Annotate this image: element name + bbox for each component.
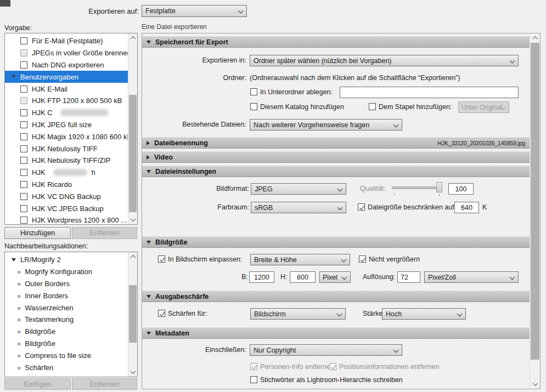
post-actions-scrollbar[interactable] [128, 252, 137, 377]
remove-location-checkbox[interactable] [329, 363, 336, 370]
list-item[interactable]: HJK C [5, 107, 137, 119]
limit-size-input[interactable]: 640 [454, 202, 479, 213]
scroll-up-button[interactable] [128, 33, 137, 43]
scroll-down-button[interactable] [128, 215, 137, 224]
insert-action-button[interactable]: Einfügen [4, 378, 71, 390]
keywords-hierarchy-checkbox[interactable] [250, 376, 257, 383]
subfolder-input[interactable] [340, 87, 519, 98]
group-row[interactable]: LR/Mogrify 2 [5, 254, 137, 266]
subfolder-checkbox[interactable] [250, 88, 257, 95]
preset-checkbox[interactable] [20, 181, 27, 188]
preset-list[interactable]: Für E-Mail (Festplatte)JPEGs in voller G… [4, 33, 138, 225]
format-dropdown[interactable]: JPEG [251, 183, 346, 195]
list-item[interactable]: HJK VC JPEG Backup [5, 202, 137, 214]
sharpen-target-dropdown[interactable]: Bildschirm [250, 308, 346, 320]
width-input[interactable]: 1200 [249, 271, 274, 283]
section-header-video[interactable]: Video [142, 151, 530, 163]
section-header-file-settings[interactable]: Dateieinstellungen [142, 166, 530, 177]
remove-action-button[interactable]: Entfernen [72, 378, 137, 390]
preset-checkbox[interactable] [20, 145, 27, 152]
post-actions-list[interactable]: LR/Mogrify 2»Mogrify Konfiguration»Outer… [4, 252, 138, 377]
slider-thumb[interactable] [436, 182, 442, 192]
list-item[interactable]: HJK VC DNG Backup [5, 190, 137, 202]
list-item[interactable]: »Schärfen [5, 361, 137, 373]
list-item[interactable]: »Bildgröße [5, 326, 137, 338]
strength-dropdown[interactable]: Hoch [382, 308, 466, 320]
preset-list-scrollbar[interactable] [128, 33, 137, 224]
scroll-up-button[interactable] [530, 33, 540, 43]
list-item[interactable]: HJKh [5, 167, 137, 179]
preset-checkbox[interactable] [20, 193, 27, 200]
remove-person-checkbox[interactable] [250, 363, 257, 370]
preset-checkbox[interactable] [20, 169, 27, 176]
list-item[interactable]: »Textanmerkung [5, 314, 137, 326]
list-item[interactable]: HJK Magix 1920 x 1080 600 kB [5, 130, 137, 143]
list-item[interactable]: »Mogrify Konfiguration [5, 266, 137, 278]
list-item[interactable]: »Outer Borders [5, 278, 137, 290]
list-item[interactable]: »Compress to file size [5, 349, 137, 361]
height-input[interactable]: 800 [290, 271, 316, 283]
add-to-stack-checkbox[interactable] [369, 103, 376, 110]
quality-slider[interactable] [392, 182, 442, 196]
group-row[interactable]: Benutzervorgaben [5, 71, 137, 83]
preset-checkbox[interactable] [20, 217, 27, 224]
existing-files-dropdown[interactable]: Nach weiterer Vorgehensweise fragen [250, 119, 402, 130]
expander-closed-icon [147, 155, 150, 160]
export-in-dropdown[interactable]: Ordner später wählen (nützlich bei Vorga… [250, 55, 519, 66]
scrollbar-thumb[interactable] [129, 95, 137, 212]
scroll-down-button[interactable] [530, 379, 540, 389]
list-item[interactable]: Nach DNG exportieren [5, 59, 137, 71]
list-item[interactable]: HJK FTP 1200 x 800 500 kB [5, 95, 137, 107]
remove-preset-button[interactable]: Entfernen [72, 227, 137, 239]
scrollbar-thumb[interactable] [129, 285, 137, 343]
add-preset-button[interactable]: Hinzufügen [4, 227, 71, 239]
add-to-catalog-checkbox[interactable] [250, 103, 257, 110]
list-item[interactable]: JPEGs in voller Größe brennen [5, 47, 137, 59]
preset-checkbox[interactable] [20, 121, 27, 128]
section-header-image-size[interactable]: Bildgröße [142, 236, 530, 248]
size-unit-dropdown[interactable]: Pixel [319, 271, 351, 283]
limit-size-checkbox[interactable] [358, 203, 365, 211]
expander-open-icon[interactable] [12, 75, 16, 78]
list-item[interactable]: HJK Ricardo [5, 179, 137, 191]
list-item[interactable]: »Inner Borders [5, 289, 137, 302]
list-item[interactable]: HJK E-Mail [5, 83, 137, 95]
colorspace-dropdown[interactable]: sRGB [251, 202, 346, 213]
sharpen-checkbox[interactable] [158, 310, 165, 317]
no-enlarge-checkbox[interactable] [359, 255, 366, 263]
preset-checkbox[interactable] [20, 49, 27, 56]
settings-scrollbar[interactable] [530, 33, 540, 389]
preset-checkbox[interactable] [20, 109, 27, 116]
scrollbar-thumb[interactable] [531, 43, 539, 360]
include-dropdown[interactable]: Nur Copyright [250, 344, 402, 356]
preset-checkbox[interactable] [20, 157, 27, 164]
list-item[interactable]: HJK Nebulosity TIFF [5, 143, 137, 155]
quality-value-input[interactable]: 100 [448, 183, 474, 195]
preset-checkbox[interactable] [20, 97, 27, 104]
preset-checkbox[interactable] [20, 205, 27, 212]
section-title: Metadaten [155, 329, 189, 337]
section-header-output-sharpening[interactable]: Ausgabeschärfe [142, 291, 530, 302]
list-item[interactable]: Für E-Mail (Festplatte) [5, 35, 137, 47]
export-to-dropdown[interactable]: Festplatte [142, 5, 247, 17]
preset-checkbox[interactable] [20, 37, 27, 44]
expander-open-icon[interactable] [12, 258, 16, 262]
list-item[interactable]: »Bildgröße [5, 338, 137, 350]
scroll-up-button[interactable] [128, 252, 137, 262]
fit-checkbox[interactable] [158, 255, 165, 263]
preset-checkbox[interactable] [20, 61, 27, 69]
scroll-down-button[interactable] [128, 367, 137, 377]
list-item[interactable]: HJK Nebulosity TIFF/ZIP [5, 155, 137, 167]
list-item[interactable]: HJK JPEG full size [5, 119, 137, 131]
stack-position-dropdown[interactable]: Unter Original [458, 101, 509, 113]
list-item[interactable]: »Wasserzeichen [5, 302, 137, 314]
section-header-file-naming[interactable]: Dateibenennung HJK_33120_20201026_140859… [142, 137, 530, 149]
section-header-export-location[interactable]: Speicherort für Export [142, 36, 530, 48]
resolution-input[interactable]: 72 [397, 271, 420, 283]
preset-checkbox[interactable] [20, 133, 27, 140]
fit-dropdown[interactable]: Breite & Höhe [250, 254, 350, 265]
list-item[interactable]: HJK Wordpress 1200 x 800 ... [5, 214, 137, 225]
preset-checkbox[interactable] [20, 86, 27, 93]
section-header-metadata[interactable]: Metadaten [142, 327, 530, 339]
resolution-unit-dropdown[interactable]: Pixel/Zoll [424, 271, 519, 283]
